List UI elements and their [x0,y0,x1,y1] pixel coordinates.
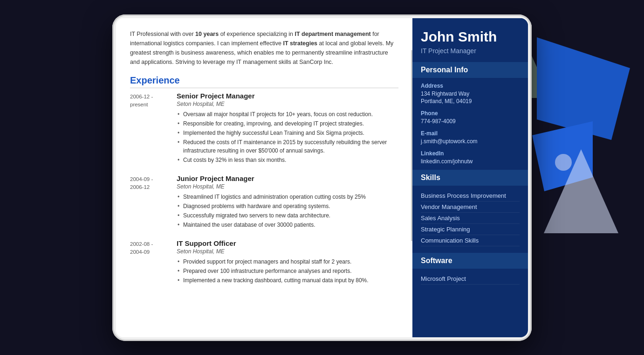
skills-list: Business Process Improvement Vendor Mana… [412,190,528,253]
linkedin-label: LinkedIn [421,150,520,157]
bullet-2-1: Streamlined IT logistics and administrat… [177,193,398,201]
email-value: j.smith@uptowork.com [421,138,520,146]
exp-date-2: 2004-09 - 2006-12 [130,174,177,230]
exp-date-3: 2002-08 - 2004-09 [130,239,177,285]
bullet-3-2: Prepared over 100 infrastructure perform… [177,267,398,275]
linkedin-value: linkedin.com/johnutw [421,158,520,166]
tablet-frame: IT Professional with over 10 years of ex… [112,14,532,341]
bullet-1-3: Implemented the highly successful Lean T… [177,129,398,137]
exp-date-1: 2006-12 - present [130,92,177,165]
resume-right-panel: John Smith IT Project Manager Personal I… [412,18,528,337]
exp-bullets-2: Streamlined IT logistics and administrat… [177,193,398,229]
experience-item-1: 2006-12 - present Senior Project Manager… [130,92,398,165]
sidebar-name: John Smith [421,28,520,45]
exp-company-2: Seton Hospital, ME [177,183,398,190]
personal-info-block: Address 134 Rightward Way Portland, ME, … [412,83,528,170]
bullet-2-3: Successfully migrated two servers to new… [177,211,398,220]
exp-title-3: IT Support Officer [177,239,398,247]
skills-section-title: Skills [412,170,528,186]
summary-text: IT Professional with over 10 years of ex… [130,29,398,67]
exp-bullets-1: Oversaw all major hospital IT projects f… [177,110,398,164]
bullet-1-1: Oversaw all major hospital IT projects f… [177,110,398,118]
bullet-1-5: Cut costs by 32% in less than six months… [177,156,398,164]
skill-item-0: Business Process Improvement [421,190,520,202]
exp-title-1: Senior Project Manager [177,92,398,100]
exp-bullets-3: Provided support for project managers an… [177,258,398,285]
resume-left-panel[interactable]: IT Professional with over 10 years of ex… [116,18,412,337]
phone-value: 774-987-4009 [421,118,520,125]
address-label: Address [421,83,520,89]
exp-company-1: Seton Hospital, ME [177,101,398,107]
exp-company-3: Seton Hospital, ME [177,248,398,255]
experience-item-3: 2002-08 - 2004-09 IT Support Officer Set… [130,239,398,285]
personal-info-section-title: Personal Info [412,62,528,78]
bullet-2-4: Maintained the user database of over 300… [177,221,398,229]
resume-area: IT Professional with over 10 years of ex… [116,18,528,337]
sidebar-header: John Smith IT Project Manager [412,18,528,62]
email-label: E-mail [421,130,520,137]
exp-title-2: Junior Project Manager [177,174,398,182]
exp-content-1: Senior Project Manager Seton Hospital, M… [177,92,398,165]
address-line2: Portland, ME, 04019 [421,97,520,105]
skill-item-3: Strategic Planning [421,224,520,235]
bullet-2-2: Diagnosed problems with hardware and ope… [177,202,398,210]
exp-content-3: IT Support Officer Seton Hospital, ME Pr… [177,239,398,285]
sidebar-job-title: IT Project Manager [421,47,520,55]
experience-section-title: Experience [130,75,398,88]
bullet-1-2: Responsible for creating, improving, and… [177,119,398,128]
scene: IT Professional with over 10 years of ex… [0,0,644,355]
software-section-title: Software [412,253,528,269]
software-item-0: Microsoft Project [421,273,520,285]
exp-content-2: Junior Project Manager Seton Hospital, M… [177,174,398,230]
scroll-indicator [411,50,412,241]
software-list: Microsoft Project [412,273,528,291]
experience-item-2: 2004-09 - 2006-12 Junior Project Manager… [130,174,398,230]
address-line1: 134 Rightward Way [421,90,520,98]
bullet-3-3: Implemented a new tracking dashboard, cu… [177,276,398,285]
skill-item-1: Vendor Management [421,202,520,213]
skill-item-2: Sales Analysis [421,213,520,224]
bullet-3-1: Provided support for project managers an… [177,258,398,266]
phone-label: Phone [421,110,520,117]
skill-item-4: Communication Skills [421,235,520,246]
bullet-1-4: Reduced the costs of IT maintenance in 2… [177,138,398,155]
shape-circle [555,154,572,171]
